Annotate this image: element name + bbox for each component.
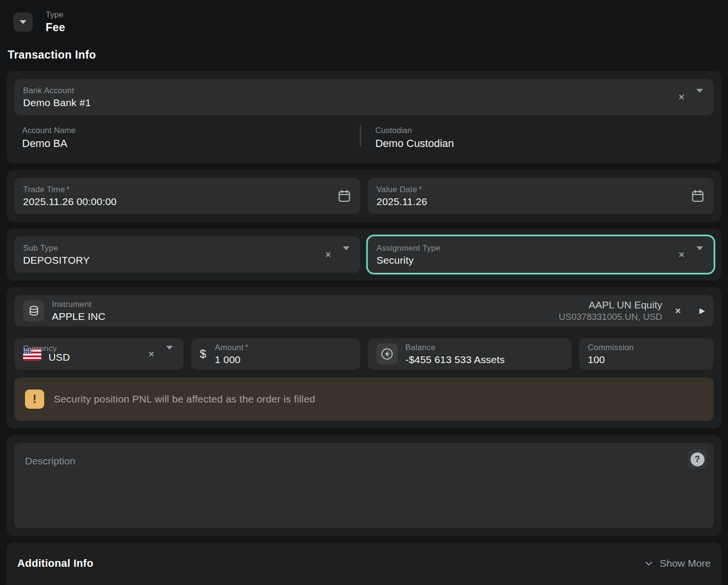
assignment-type-field[interactable]: Assignment Type Security ✕ — [368, 236, 714, 273]
sub-type-label: Sub Type — [23, 244, 90, 253]
instrument-identifier: US0378331005.UN, USD — [559, 312, 662, 322]
description-input[interactable] — [14, 443, 714, 528]
account-info-row: Account Name Demo BA Custodian Demo Cust… — [14, 115, 714, 156]
value-date-text: Value Date* 2025.11.26 — [376, 185, 427, 207]
arrow-left-circle-icon — [376, 343, 398, 365]
help-button[interactable]: ? — [688, 450, 707, 469]
account-name-value: Demo BA — [22, 137, 360, 150]
custodian-block: Custodian Demo Custodian — [360, 126, 706, 150]
warning-icon: ! — [25, 390, 44, 409]
clear-icon[interactable]: ✕ — [671, 305, 685, 317]
coins-icon — [23, 300, 44, 321]
pnl-warning-banner: ! Security position PNL will be affected… — [14, 378, 714, 421]
currency-field[interactable]: Currency USD ✕ — [14, 338, 183, 370]
dropdown-caret-icon[interactable] — [696, 250, 703, 259]
amount-label: Amount* — [215, 343, 248, 353]
custodian-value: Demo Custodian — [375, 137, 706, 150]
type-block: Type Fee — [46, 10, 65, 34]
commission-label: Commission — [588, 343, 634, 353]
section-title: Transaction Info — [8, 49, 728, 61]
instrument-ticker: AAPL UN Equity — [589, 299, 662, 311]
additional-info-card: Additional Info Show More — [7, 543, 721, 585]
clear-icon[interactable]: ✕ — [675, 248, 689, 261]
transaction-form-page: Type Fee Transaction Info Bank Account D… — [0, 0, 728, 585]
instrument-right: AAPL UN Equity US0378331005.UN, USD ✕ ▶ — [559, 299, 705, 322]
assignment-type-text: Assignment Type Security — [376, 244, 440, 266]
clear-icon[interactable]: ✕ — [675, 91, 689, 104]
question-icon: ? — [691, 452, 704, 466]
commission-value: 100 — [588, 354, 634, 366]
value-date-value: 2025.11.26 — [376, 196, 427, 207]
amount-value: 1 000 — [215, 354, 248, 366]
assignment-type-label: Assignment Type — [376, 244, 440, 253]
sub-type-text: Sub Type DEPOSITORY — [23, 244, 90, 266]
type-selector-row: Type Fee — [0, 0, 728, 34]
clear-icon[interactable]: ✕ — [321, 248, 335, 261]
amount-field[interactable]: $ Amount* 1 000 — [191, 338, 360, 370]
commission-text: Commission 100 — [588, 343, 634, 366]
type-fields-card: Sub Type DEPOSITORY ✕ Assignment Type Se… — [7, 229, 721, 280]
currency-text: Currency USD — [49, 345, 70, 363]
trade-time-text: Trade Time* 2025.11.26 00:00:00 — [23, 185, 117, 207]
calendar-icon[interactable] — [337, 189, 352, 203]
clear-icon[interactable]: ✕ — [145, 348, 158, 361]
assignment-type-value: Security — [376, 255, 440, 266]
instrument-text: Instrument APPLE INC — [52, 300, 106, 322]
show-more-label: Show More — [660, 558, 711, 569]
balance-field: Balance -$455 613 533 Assets — [368, 338, 571, 370]
vertical-divider — [360, 125, 361, 147]
bank-account-field[interactable]: Bank Account Demo Bank #1 ✕ — [14, 79, 714, 115]
description-field: ? — [14, 443, 714, 528]
value-date-label: Value Date* — [376, 185, 427, 195]
dates-card: Trade Time* 2025.11.26 00:00:00 Value Da… — [7, 170, 721, 222]
instrument-card: Instrument APPLE INC AAPL UN Equity US03… — [7, 287, 721, 428]
trade-time-value: 2025.11.26 00:00:00 — [23, 196, 117, 207]
instrument-value: APPLE INC — [52, 311, 106, 322]
sub-type-field[interactable]: Sub Type DEPOSITORY ✕ — [14, 236, 360, 273]
trade-time-label: Trade Time* — [23, 185, 117, 195]
bank-account-label: Bank Account — [23, 86, 91, 96]
calendar-icon[interactable] — [691, 189, 705, 203]
sub-type-value: DEPOSITORY — [23, 255, 90, 266]
chevron-down-icon — [644, 559, 654, 568]
description-card: ? — [7, 435, 721, 536]
currency-label: Currency — [23, 344, 57, 353]
instrument-names: AAPL UN Equity US0378331005.UN, USD — [559, 299, 662, 322]
dropdown-caret-icon[interactable] — [696, 93, 703, 101]
bank-account-card: Bank Account Demo Bank #1 ✕ Account Name… — [7, 71, 721, 163]
value-date-field[interactable]: Value Date* 2025.11.26 — [368, 178, 714, 214]
dollar-sign: $ — [200, 347, 206, 361]
type-label: Type — [46, 10, 65, 20]
show-more-button[interactable]: Show More — [644, 558, 711, 569]
type-value: Fee — [46, 21, 65, 34]
trade-time-field[interactable]: Trade Time* 2025.11.26 00:00:00 — [14, 178, 360, 214]
commission-field[interactable]: Commission 100 — [579, 338, 714, 370]
amount-text: Amount* 1 000 — [215, 343, 248, 366]
bank-account-value: Demo Bank #1 — [23, 97, 91, 109]
account-name-label: Account Name — [22, 126, 360, 135]
balance-value: -$455 613 533 Assets — [405, 354, 505, 366]
account-name-block: Account Name Demo BA — [22, 126, 360, 150]
details-arrow-icon[interactable]: ▶ — [699, 306, 705, 315]
type-collapse-button[interactable] — [13, 12, 33, 32]
instrument-label: Instrument — [52, 300, 106, 309]
additional-info-title: Additional Info — [17, 557, 93, 570]
balance-text: Balance -$455 613 533 Assets — [405, 343, 505, 366]
warning-text: Security position PNL will be affected a… — [54, 393, 315, 405]
dropdown-caret-icon[interactable] — [343, 250, 350, 259]
money-row: Currency USD ✕ $ Amount* 1 000 — [14, 338, 714, 370]
custodian-label: Custodian — [375, 126, 706, 135]
chevron-down-icon — [20, 20, 26, 24]
bank-account-text: Bank Account Demo Bank #1 — [23, 86, 91, 109]
instrument-field[interactable]: Instrument APPLE INC AAPL UN Equity US03… — [14, 295, 714, 327]
balance-label: Balance — [405, 343, 505, 353]
dropdown-caret-icon[interactable] — [166, 350, 173, 358]
